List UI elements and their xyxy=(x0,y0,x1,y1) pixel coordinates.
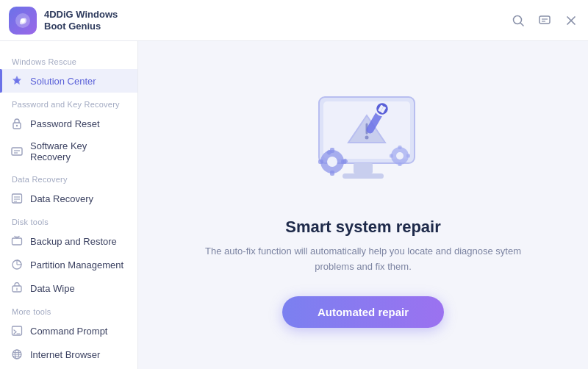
sidebar-item-backup-restore[interactable]: Backup and Restore xyxy=(0,229,137,253)
titlebar-actions xyxy=(510,12,579,29)
sidebar-item-password-reset[interactable]: Password Reset xyxy=(0,112,137,135)
section-label-data-recovery: Data Recovery xyxy=(0,168,137,187)
sidebar-item-software-key[interactable]: Software Key Recovery xyxy=(0,135,137,168)
svg-point-11 xyxy=(16,125,18,126)
svg-rect-12 xyxy=(12,148,22,155)
section-label-disk-tools: Disk tools xyxy=(0,210,137,229)
section-label-windows-rescue: Windows Rescue xyxy=(0,50,137,69)
main-description: The auto-fix function will automatically… xyxy=(187,244,539,275)
password-reset-icon xyxy=(10,117,24,130)
solution-center-label: Solution Center xyxy=(30,76,96,87)
svg-rect-19 xyxy=(12,238,22,245)
svg-rect-52 xyxy=(398,162,402,166)
section-label-more-tools: More tools xyxy=(0,300,137,319)
main-title: Smart system repair xyxy=(285,218,441,237)
app-logo xyxy=(9,7,37,35)
partition-icon xyxy=(10,258,24,271)
svg-point-1 xyxy=(21,18,25,23)
sidebar-item-solution-center[interactable]: Solution Center xyxy=(0,69,137,93)
svg-point-9 xyxy=(15,79,19,83)
data-wipe-label: Data Wipe xyxy=(30,283,75,294)
svg-point-2 xyxy=(514,15,522,24)
sidebar-item-partition-management[interactable]: Partition Management xyxy=(0,253,137,276)
password-reset-label: Password Reset xyxy=(30,118,100,129)
sidebar-item-internet-browser[interactable]: Internet Browser xyxy=(0,343,137,366)
close-icon[interactable] xyxy=(563,12,579,29)
svg-rect-53 xyxy=(406,154,410,157)
internet-browser-label: Internet Browser xyxy=(30,349,100,360)
main-content: Smart system repair The auto-fix functio… xyxy=(138,41,588,369)
internet-browser-icon xyxy=(10,348,24,361)
command-prompt-icon xyxy=(10,324,24,337)
svg-rect-46 xyxy=(318,160,323,164)
partition-label: Partition Management xyxy=(30,259,123,271)
data-recovery-icon xyxy=(10,192,24,205)
backup-restore-label: Backup and Restore xyxy=(30,236,117,247)
svg-rect-51 xyxy=(398,146,402,149)
app-title-line1: 4DDiG Windows xyxy=(44,9,118,21)
svg-point-36 xyxy=(365,135,369,139)
app-title-block: 4DDiG Windows Boot Genius xyxy=(44,9,118,32)
svg-point-42 xyxy=(327,157,337,167)
solution-center-icon xyxy=(10,74,24,87)
automated-repair-button[interactable]: Automated repair xyxy=(282,296,444,328)
section-label-password: Password and Key Recovery xyxy=(0,93,137,112)
illustration xyxy=(282,82,444,200)
backup-restore-icon xyxy=(10,234,24,248)
dialog-icon[interactable] xyxy=(537,12,553,29)
software-key-label: Software Key Recovery xyxy=(30,140,127,162)
main-layout: Windows Rescue Solution Center Password … xyxy=(0,41,588,369)
svg-rect-44 xyxy=(330,171,334,176)
svg-rect-54 xyxy=(390,154,393,157)
upgrade-section: Upgrade xyxy=(0,366,137,369)
data-wipe-icon xyxy=(10,282,24,295)
svg-rect-4 xyxy=(539,16,550,24)
search-icon[interactable] xyxy=(510,12,526,29)
svg-point-50 xyxy=(396,152,404,160)
svg-line-3 xyxy=(521,23,524,26)
software-key-icon xyxy=(10,145,24,158)
sidebar-item-data-recovery[interactable]: Data Recovery xyxy=(0,187,137,210)
sidebar-item-command-prompt[interactable]: Command Prompt xyxy=(0,319,137,343)
data-recovery-label: Data Recovery xyxy=(30,193,93,204)
svg-rect-34 xyxy=(343,173,384,179)
svg-rect-33 xyxy=(354,163,373,173)
app-title-line2: Boot Genius xyxy=(44,21,118,32)
sidebar-item-data-wipe[interactable]: Data Wipe xyxy=(0,276,137,300)
titlebar: 4DDiG Windows Boot Genius xyxy=(0,0,588,41)
sidebar: Windows Rescue Solution Center Password … xyxy=(0,41,138,369)
command-prompt-label: Command Prompt xyxy=(30,326,107,337)
